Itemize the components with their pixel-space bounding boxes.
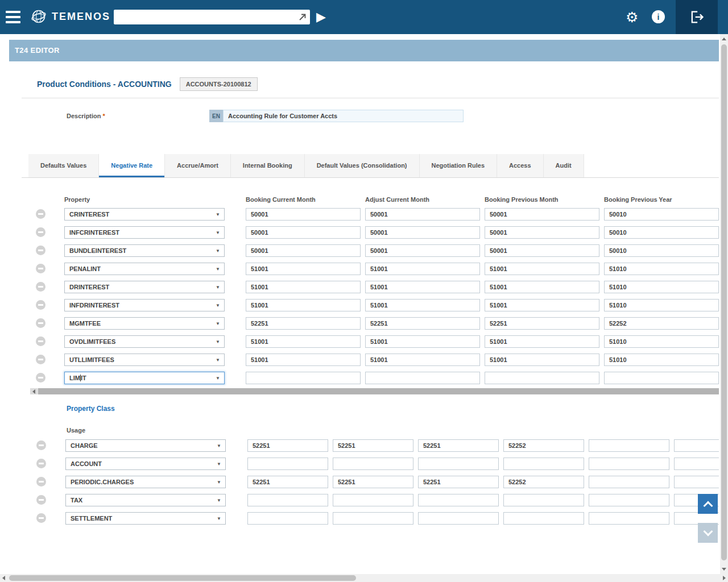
value-input[interactable] [604,372,719,384]
value-input[interactable] [246,372,361,384]
remove-row-icon[interactable] [36,246,46,255]
value-input[interactable] [247,476,328,488]
vertical-scrollbar-thumb[interactable] [721,44,727,560]
value-input[interactable] [246,208,361,221]
value-input[interactable] [418,494,499,506]
value-input[interactable] [365,299,480,311]
property-select[interactable]: PENALINT▼ [64,263,225,275]
value-input[interactable] [485,372,599,384]
property-select[interactable]: DRINTEREST▼ [64,281,225,293]
property-select[interactable]: UTLLIMITFEES▼ [64,354,225,366]
tab-audit[interactable]: Audit [544,154,584,177]
table-horizontal-scrollbar[interactable] [30,388,719,394]
value-input[interactable] [604,299,719,311]
value-input[interactable] [246,299,361,311]
remove-row-icon[interactable] [36,336,46,346]
tab-accrue-amort[interactable]: Accrue/Amort [165,154,231,177]
value-input[interactable] [333,458,413,470]
value-input[interactable] [365,226,480,239]
value-input[interactable] [674,439,719,452]
value-input[interactable] [589,512,669,525]
value-input[interactable] [247,512,328,525]
value-input[interactable] [365,208,480,221]
remove-row-icon[interactable] [36,282,46,292]
value-input[interactable] [365,354,480,366]
value-input[interactable] [333,512,413,525]
value-input[interactable] [365,317,480,330]
tab-negotiation-rules[interactable]: Negotiation Rules [420,154,498,177]
property-select[interactable]: SETTLEMENT▼ [65,512,226,525]
scroll-up-button[interactable] [698,494,718,514]
value-input[interactable] [674,458,719,470]
value-input[interactable] [246,335,361,348]
remove-row-icon[interactable] [36,440,46,450]
remove-row-icon[interactable] [36,209,46,219]
value-input[interactable] [247,458,328,470]
tab-internal-booking[interactable]: Internal Booking [231,154,305,177]
value-input[interactable] [365,335,480,348]
value-input[interactable] [604,208,719,221]
value-input[interactable] [485,226,599,239]
remove-row-icon[interactable] [36,227,46,237]
scroll-left-arrow-icon[interactable] [30,388,38,394]
tab-access[interactable]: Access [497,154,544,177]
property-select[interactable]: BUNDLEINTEREST▼ [64,244,225,257]
value-input[interactable] [365,281,480,293]
value-input[interactable] [604,354,719,366]
value-input[interactable] [589,458,669,470]
value-input[interactable] [503,458,584,470]
value-input[interactable] [604,226,719,239]
value-input[interactable] [604,281,719,293]
horizontal-scrollbar-thumb[interactable] [9,575,356,581]
value-input[interactable] [485,244,599,257]
value-input[interactable] [485,281,599,293]
value-input[interactable] [674,476,719,488]
tab-default-values-consolidation[interactable]: Default Values (Consolidation) [305,154,420,177]
value-input[interactable] [604,335,719,348]
property-select[interactable]: TAX▼ [65,494,226,506]
remove-row-icon[interactable] [36,355,46,364]
value-input[interactable] [333,494,413,506]
value-input[interactable] [418,512,499,525]
vertical-scrollbar[interactable] [720,34,728,574]
property-select[interactable]: INFCRINTEREST▼ [64,226,225,239]
value-input[interactable] [485,208,599,221]
value-input[interactable] [246,354,361,366]
value-input[interactable] [485,317,599,330]
go-icon[interactable] [298,13,307,22]
property-select[interactable]: PERIODIC.CHARGES▼ [65,476,226,488]
property-select[interactable]: INFDRINTEREST▼ [64,299,225,311]
value-input[interactable] [247,439,328,452]
value-input[interactable] [503,439,584,452]
search-input[interactable] [114,10,310,24]
value-input[interactable] [589,439,669,452]
value-input[interactable] [333,439,413,452]
value-input[interactable] [418,458,499,470]
property-select[interactable]: CHARGE▼ [65,439,226,452]
remove-row-icon[interactable] [36,373,46,383]
scroll-down-button[interactable] [698,523,718,543]
play-icon[interactable]: ▶ [316,9,326,26]
scrollbar-thumb[interactable] [38,388,719,394]
value-input[interactable] [365,372,480,384]
remove-row-icon[interactable] [36,318,46,328]
scroll-up-arrow-icon[interactable] [722,38,726,40]
property-select[interactable]: ACCOUNT▼ [65,458,226,470]
property-select[interactable]: OVDLIMITFEES▼ [64,335,225,348]
value-input[interactable] [365,244,480,257]
value-input[interactable] [604,317,719,330]
value-input[interactable] [246,244,361,257]
value-input[interactable] [485,299,599,311]
scroll-left-arrow-icon[interactable] [2,576,5,580]
horizontal-scrollbar[interactable] [0,574,728,582]
value-input[interactable] [485,354,599,366]
value-input[interactable] [246,226,361,239]
value-input[interactable] [485,335,599,348]
tab-negative-rate[interactable]: Negative Rate [99,154,165,177]
remove-row-icon[interactable] [36,459,46,468]
menu-icon[interactable] [6,11,22,23]
value-input[interactable] [247,494,328,506]
info-icon[interactable]: i [652,10,665,23]
remove-row-icon[interactable] [36,513,46,523]
tab-defaults-values[interactable]: Defaults Values [28,154,99,177]
